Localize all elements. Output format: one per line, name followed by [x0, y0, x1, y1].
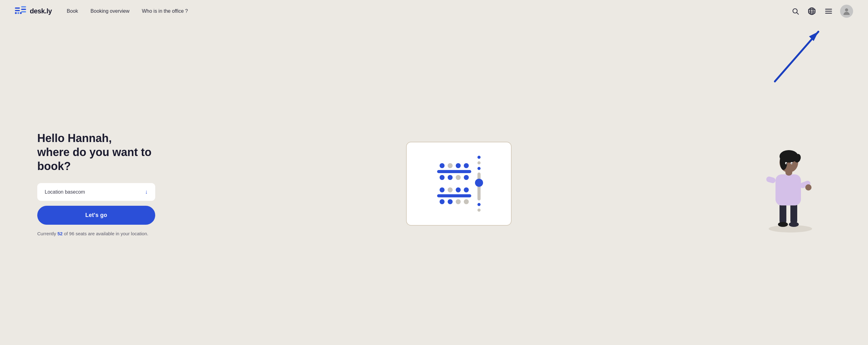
- svg-point-25: [789, 222, 799, 227]
- desk-card: [406, 142, 512, 226]
- svg-point-29: [805, 184, 811, 191]
- dot: [464, 175, 469, 180]
- header-icons: [790, 5, 853, 18]
- svg-rect-3: [21, 9, 26, 10]
- svg-rect-22: [779, 202, 786, 224]
- svg-line-9: [797, 13, 799, 15]
- greeting-text: Hello Hannah, where do you want to book?: [37, 131, 174, 173]
- dot: [456, 163, 461, 168]
- seats-suffix: of 96 seats are available in your locati…: [63, 231, 148, 236]
- dot: [448, 175, 453, 180]
- location-value: Location basecom: [45, 189, 85, 195]
- dot: [440, 163, 444, 168]
- svg-point-37: [786, 163, 787, 164]
- logo-icon: [15, 6, 27, 16]
- arrow-decoration: [769, 29, 825, 86]
- dot: [456, 188, 461, 192]
- svg-rect-27: [766, 176, 776, 184]
- dot: [464, 199, 469, 204]
- svg-rect-2: [21, 6, 26, 7]
- dot: [448, 199, 453, 204]
- svg-point-6: [18, 12, 19, 14]
- desk-bar: [437, 194, 471, 197]
- avatar-icon: [842, 7, 851, 16]
- globe-button[interactable]: [807, 6, 817, 17]
- seats-available: 52: [57, 231, 63, 236]
- desk-slider: [477, 156, 480, 212]
- nav-who-in-office[interactable]: Who is in the office ?: [142, 8, 188, 14]
- s-dot: [477, 167, 480, 170]
- svg-rect-4: [21, 11, 26, 12]
- lets-go-button[interactable]: Let's go: [37, 206, 155, 225]
- character-section: [744, 134, 831, 233]
- seats-prefix: Currently: [37, 231, 57, 236]
- svg-point-7: [20, 12, 22, 14]
- dot: [456, 175, 461, 180]
- svg-point-18: [845, 8, 848, 11]
- svg-point-24: [778, 222, 788, 227]
- menu-button[interactable]: [823, 6, 834, 17]
- search-icon: [792, 7, 799, 15]
- s-dot: [477, 208, 480, 212]
- slider-handle: [475, 179, 483, 187]
- desk-bar: [437, 170, 471, 173]
- globe-icon: [808, 7, 816, 15]
- slider-dots-top: [477, 156, 480, 170]
- desk-row-1: [437, 163, 471, 180]
- slider-dots-bottom: [477, 203, 480, 212]
- dot: [456, 199, 461, 204]
- nav-booking-overview[interactable]: Booking overview: [91, 8, 129, 14]
- dot: [448, 188, 453, 192]
- dot: [464, 188, 469, 192]
- greeting-line2: where do you want to book?: [37, 146, 152, 173]
- s-dot: [477, 156, 480, 159]
- logo-text: desk.ly: [30, 7, 52, 15]
- dot: [440, 175, 444, 180]
- location-dropdown[interactable]: Location basecom ↓: [37, 183, 155, 201]
- svg-point-33: [780, 153, 787, 170]
- character-illustration: [753, 134, 822, 233]
- s-dot: [477, 203, 480, 206]
- svg-point-38: [792, 163, 793, 164]
- desk-rows: [437, 163, 471, 204]
- main-content: Hello Hannah, where do you want to book?…: [0, 22, 868, 345]
- desk-illustration: [174, 142, 744, 226]
- svg-rect-0: [15, 7, 20, 9]
- slider-track: [477, 173, 480, 200]
- svg-rect-26: [775, 174, 801, 205]
- svg-point-5: [15, 12, 17, 14]
- dot: [464, 163, 469, 168]
- desk-row-2: [437, 188, 471, 204]
- dot: [440, 199, 444, 204]
- dot: [448, 163, 453, 168]
- greeting-line1: Hello Hannah,: [37, 132, 112, 145]
- avatar-button[interactable]: [840, 5, 853, 18]
- header: desk.ly Book Booking overview Who is in …: [0, 0, 868, 22]
- nav-book[interactable]: Book: [67, 8, 78, 14]
- menu-icon: [825, 7, 833, 15]
- search-button[interactable]: [790, 6, 800, 16]
- seats-info: Currently 52 of 96 seats are available i…: [37, 231, 174, 236]
- logo: desk.ly: [15, 6, 52, 16]
- svg-rect-1: [15, 10, 20, 11]
- chevron-down-icon: ↓: [145, 189, 148, 195]
- desk-grid: [437, 156, 480, 212]
- dot: [440, 188, 444, 192]
- main-nav: Book Booking overview Who is in the offi…: [67, 8, 790, 14]
- booking-form-section: Hello Hannah, where do you want to book?…: [37, 131, 174, 236]
- s-dot: [477, 161, 480, 165]
